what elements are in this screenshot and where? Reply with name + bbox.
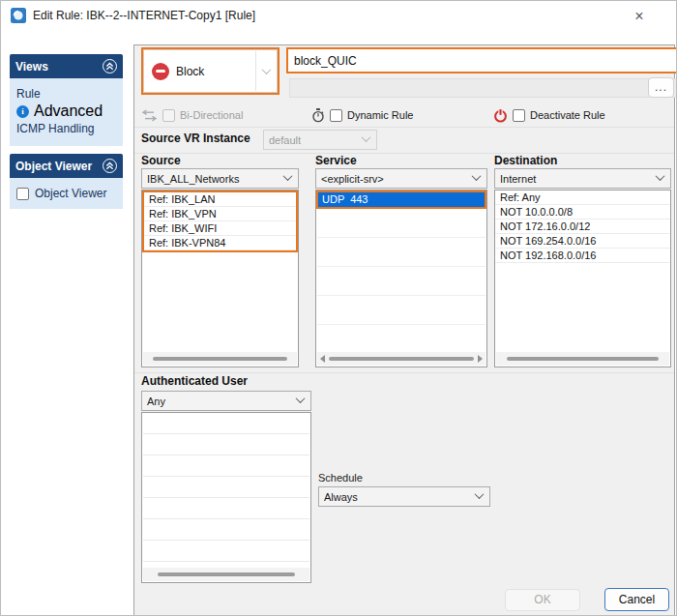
bidirectional-checkbox xyxy=(162,109,175,122)
cancel-button[interactable]: Cancel xyxy=(604,588,669,611)
auth-user-hscrollbar[interactable] xyxy=(143,568,309,581)
service-hscrollbar[interactable] xyxy=(317,352,486,366)
schedule-label: Schedule xyxy=(318,472,363,484)
auth-user-list-empty-rows xyxy=(143,413,309,568)
action-dropdown-arrow[interactable] xyxy=(255,51,277,91)
source-list-item[interactable]: Ref: IBK_LAN xyxy=(144,192,296,207)
views-panel-header: Views xyxy=(10,54,123,78)
source-list: Ref: IBK_LAN Ref: IBK_VPN Ref: IBK_WIFI … xyxy=(141,190,299,367)
sidebar-item-advanced-label: Advanced xyxy=(34,103,103,120)
object-viewer-panel-title: Object Viewer xyxy=(15,160,92,173)
sidebar-item-icmp-handling[interactable]: ICMP Handling xyxy=(16,120,116,137)
schedule-dropdown[interactable]: Always xyxy=(318,486,490,507)
sidebar-item-rule[interactable]: Rule xyxy=(16,85,116,103)
app-icon xyxy=(11,8,26,23)
scroll-left-icon[interactable] xyxy=(320,355,325,363)
stopwatch-icon xyxy=(311,108,325,123)
chevron-down-icon xyxy=(362,132,371,142)
service-list: UDP 443 xyxy=(315,190,487,367)
chevron-double-up-icon[interactable] xyxy=(103,59,117,73)
service-item-highlight-box: UDP 443 xyxy=(316,191,486,209)
window-title: Edit Rule: IBK--2--INTERNET-Copy1 [Rule] xyxy=(33,9,255,22)
dynamic-rule-checkbox[interactable] xyxy=(330,109,342,122)
views-panel-title: Views xyxy=(15,60,48,73)
chevron-down-icon xyxy=(472,171,482,181)
separator xyxy=(134,153,674,154)
rule-name-input[interactable] xyxy=(288,49,677,72)
source-items-highlight-box: Ref: IBK_LAN Ref: IBK_VPN Ref: IBK_WIFI … xyxy=(142,191,298,252)
auth-user-label: Authenticated User xyxy=(141,374,248,388)
deactivate-rule-option: Deactivate Rule xyxy=(493,106,605,124)
object-viewer-checkbox-label: Object Viewer xyxy=(35,187,106,200)
action-dropdown[interactable]: Block xyxy=(143,49,278,93)
chevron-down-icon xyxy=(296,394,306,403)
info-icon: i xyxy=(16,105,29,118)
action-value: Block xyxy=(176,65,204,78)
action-highlight-box: Block xyxy=(141,47,280,95)
source-list-item[interactable]: Ref: IBK-VPN84 xyxy=(144,236,296,250)
destination-list-item[interactable]: NOT 169.254.0.0/16 xyxy=(495,234,670,249)
description-field xyxy=(289,78,677,98)
chevron-down-icon xyxy=(475,489,485,499)
service-list-item-selected[interactable]: UDP 443 xyxy=(318,192,485,207)
destination-list-item[interactable]: Ref: Any xyxy=(495,191,670,205)
service-dropdown-value: <explicit-srv> xyxy=(321,173,384,185)
service-dropdown[interactable]: <explicit-srv> xyxy=(315,168,487,189)
source-dropdown[interactable]: IBK_ALL_Networks xyxy=(141,168,299,189)
dynamic-rule-label: Dynamic Rule xyxy=(347,109,413,121)
source-list-item[interactable]: Ref: IBK_WIFI xyxy=(144,221,296,236)
source-dropdown-value: IBK_ALL_Networks xyxy=(147,173,239,185)
ok-button: OK xyxy=(505,589,580,611)
destination-dropdown-value: Internet xyxy=(500,173,536,185)
more-button[interactable]: ... xyxy=(648,77,674,98)
separator xyxy=(134,372,674,373)
source-vr-dropdown: default xyxy=(263,130,377,150)
auth-user-dropdown[interactable]: Any xyxy=(141,391,311,411)
bidirectional-label: Bi-Directional xyxy=(180,109,243,121)
bidirectional-arrows-icon xyxy=(141,109,158,122)
destination-header: Destination xyxy=(494,154,557,167)
auth-user-list xyxy=(141,412,311,583)
destination-hscrollbar[interactable] xyxy=(496,352,669,366)
service-header: Service xyxy=(315,154,357,167)
destination-list-item[interactable]: NOT 10.0.0.0/8 xyxy=(495,205,670,220)
close-icon[interactable]: × xyxy=(626,6,653,26)
deactivate-rule-checkbox[interactable] xyxy=(513,109,525,122)
source-vr-value: default xyxy=(269,134,301,146)
source-header: Source xyxy=(141,154,181,167)
scroll-right-icon[interactable] xyxy=(478,355,483,363)
destination-list: Ref: Any NOT 10.0.0.0/8 NOT 172.16.0.0/1… xyxy=(494,190,671,367)
destination-list-item[interactable]: NOT 172.16.0.0/12 xyxy=(495,220,670,234)
rule-edit-panel: Block ... Bi-Directional Dynamic Rule De… xyxy=(133,44,675,616)
rule-name-highlight-box xyxy=(286,47,677,73)
object-viewer-panel-body: Object Viewer xyxy=(10,178,123,209)
dynamic-rule-option: Dynamic Rule xyxy=(311,106,413,124)
service-list-empty-rows xyxy=(317,209,486,352)
object-viewer-panel-header: Object Viewer xyxy=(10,154,123,178)
bidirectional-option: Bi-Directional xyxy=(141,106,243,124)
chevron-down-icon xyxy=(283,171,293,181)
deactivate-rule-label: Deactivate Rule xyxy=(530,109,605,121)
auth-user-dropdown-value: Any xyxy=(147,396,165,407)
sidebar: Views Rule i Advanced ICMP Handling Obje… xyxy=(10,54,123,209)
destination-list-item[interactable]: NOT 192.168.0.0/16 xyxy=(495,249,670,263)
views-panel-body: Rule i Advanced ICMP Handling xyxy=(10,78,123,146)
power-icon xyxy=(493,108,508,123)
chevron-down-icon xyxy=(262,65,272,74)
edit-rule-dialog: Edit Rule: IBK--2--INTERNET-Copy1 [Rule]… xyxy=(0,0,677,616)
destination-dropdown[interactable]: Internet xyxy=(494,168,671,189)
chevron-down-icon xyxy=(656,171,665,181)
sidebar-item-advanced[interactable]: i Advanced xyxy=(16,103,116,120)
chevron-double-up-icon[interactable] xyxy=(103,159,117,173)
object-viewer-checkbox[interactable] xyxy=(16,188,29,200)
separator xyxy=(134,127,674,128)
schedule-dropdown-value: Always xyxy=(324,491,358,503)
source-vr-label: Source VR Instance xyxy=(141,132,250,145)
source-list-item[interactable]: Ref: IBK_VPN xyxy=(144,207,296,221)
block-action-icon xyxy=(152,63,169,80)
source-hscrollbar[interactable] xyxy=(143,352,297,366)
title-bar: Edit Rule: IBK--2--INTERNET-Copy1 [Rule]… xyxy=(1,1,676,30)
